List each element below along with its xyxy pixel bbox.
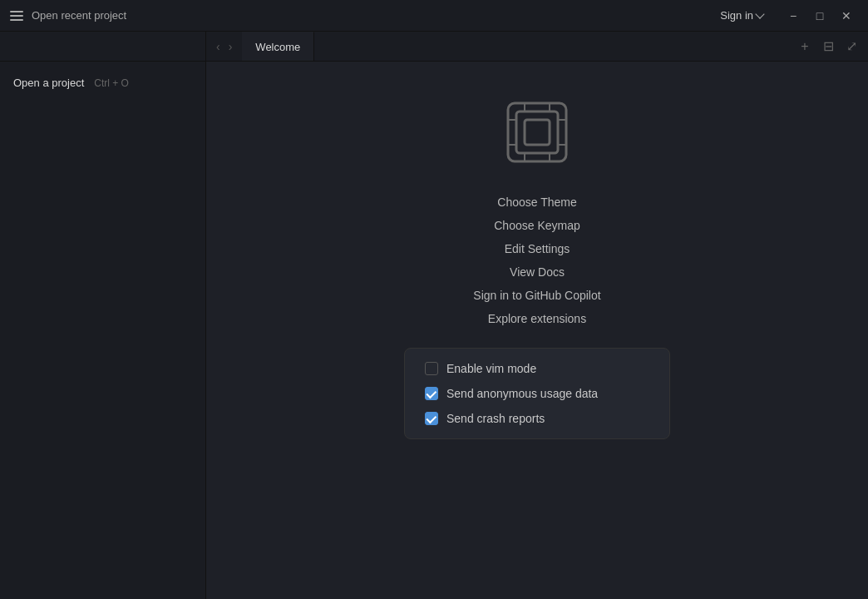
usage-data-label: Send anonymous usage data: [446, 387, 598, 400]
welcome-panel: Choose Theme Choose Keymap Edit Settings…: [206, 62, 868, 599]
titlebar-title: Open recent project: [32, 9, 126, 22]
add-tab-button[interactable]: +: [795, 37, 815, 57]
titlebar-left: Open recent project: [10, 9, 126, 22]
split-editor-button[interactable]: ⊟: [818, 37, 838, 57]
sidebar: Open a project Ctrl + O: [0, 62, 206, 599]
crash-reports-row[interactable]: Send crash reports: [425, 412, 649, 425]
usage-data-checkbox[interactable]: [425, 387, 438, 400]
close-button[interactable]: ✕: [835, 4, 858, 27]
main-layout: Open a project Ctrl + O Choose: [0, 62, 868, 599]
checkbox-panel: Enable vim mode Send anonymous usage dat…: [404, 348, 670, 439]
titlebar: Open recent project Sign in − □ ✕: [0, 0, 868, 32]
choose-theme-link[interactable]: Choose Theme: [491, 193, 583, 211]
signin-button[interactable]: Sign in: [713, 6, 770, 25]
usage-data-row[interactable]: Send anonymous usage data: [425, 387, 649, 400]
github-copilot-link[interactable]: Sign in to GitHub Copilot: [466, 286, 607, 304]
minimize-button[interactable]: −: [782, 4, 805, 27]
tab-actions: + ⊟ ⤢: [795, 32, 868, 61]
vim-mode-label: Enable vim mode: [446, 362, 536, 375]
open-project-label: Open a project: [13, 77, 84, 89]
open-project-item[interactable]: Open a project Ctrl + O: [0, 72, 205, 94]
nav-arrows: ‹ ›: [206, 32, 242, 61]
crash-reports-checkbox[interactable]: [425, 412, 438, 425]
maximize-button[interactable]: □: [808, 4, 831, 27]
vim-mode-row[interactable]: Enable vim mode: [425, 362, 649, 375]
open-project-shortcut: Ctrl + O: [94, 77, 129, 89]
sidebar-header: [0, 32, 206, 61]
menu-links: Choose Theme Choose Keymap Edit Settings…: [466, 193, 607, 328]
vim-mode-checkbox[interactable]: [425, 362, 438, 375]
expand-button[interactable]: ⤢: [841, 37, 861, 57]
chevron-down-icon: [755, 9, 764, 18]
tab-welcome[interactable]: Welcome: [242, 32, 314, 61]
app-logo: [500, 95, 575, 170]
forward-button[interactable]: ›: [225, 38, 236, 55]
explore-extensions-link[interactable]: Explore extensions: [481, 309, 593, 328]
choose-keymap-link[interactable]: Choose Keymap: [487, 216, 587, 235]
window-controls: − □ ✕: [782, 4, 858, 27]
svg-rect-1: [516, 111, 558, 153]
tab-bar: ‹ › Welcome + ⊟ ⤢: [206, 32, 868, 61]
view-docs-link[interactable]: View Docs: [503, 263, 571, 281]
crash-reports-label: Send crash reports: [446, 412, 545, 425]
hamburger-menu-icon[interactable]: [10, 11, 23, 21]
back-button[interactable]: ‹: [213, 38, 224, 55]
edit-settings-link[interactable]: Edit Settings: [498, 240, 577, 258]
svg-rect-2: [525, 120, 550, 145]
titlebar-right: Sign in − □ ✕: [713, 4, 858, 27]
tab-bar-container: ‹ › Welcome + ⊟ ⤢: [0, 32, 868, 62]
content-area: Choose Theme Choose Keymap Edit Settings…: [206, 62, 868, 599]
